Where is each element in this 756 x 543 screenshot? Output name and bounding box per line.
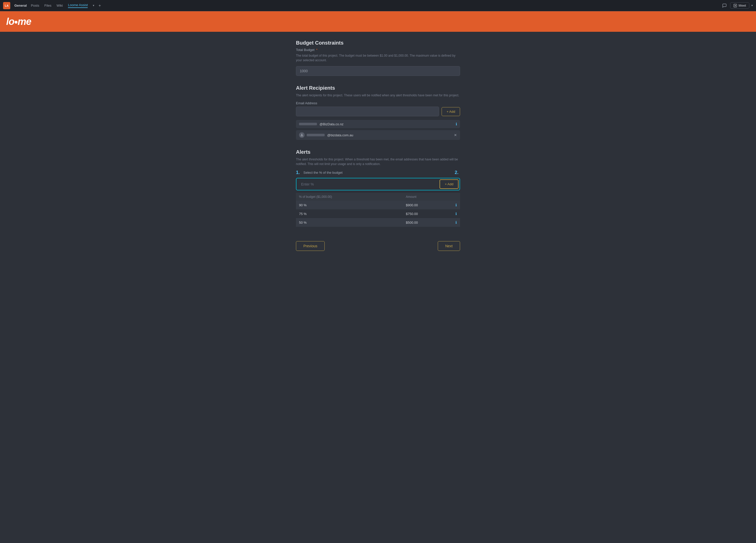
logo-bar: lome	[0, 11, 756, 32]
chat-icon[interactable]	[721, 2, 728, 9]
recipient-1-redacted-name	[299, 123, 317, 125]
recipient-1-email: @BizData.co.nz	[320, 122, 454, 126]
recipient-item-1: @BizData.co.nz ℹ	[296, 120, 460, 128]
app-name: General	[14, 4, 27, 7]
recipient-1-info-icon[interactable]: ℹ	[456, 122, 457, 126]
alerts-title: Alerts	[296, 149, 460, 155]
email-address-label: Email Address	[296, 101, 460, 105]
table-cell-percent: 75 %	[296, 209, 403, 218]
step-1-label: 1.	[296, 170, 300, 175]
table-cell-amount: $900.00	[403, 201, 452, 209]
total-budget-label: Total Budget *	[296, 48, 460, 52]
budget-constraints-title: Budget Constraints	[296, 40, 460, 46]
recipient-2-avatar	[299, 132, 305, 138]
budget-constraints-section: Budget Constraints Total Budget * The to…	[296, 40, 460, 76]
loome-logo: lome	[6, 16, 31, 27]
loome-assist-chevron-icon[interactable]: ▾	[93, 4, 94, 7]
previous-button[interactable]: Previous	[296, 241, 325, 251]
nav-loome-assist[interactable]: Loome Assist	[68, 3, 88, 8]
add-tab-button[interactable]: +	[98, 3, 101, 8]
table-cell-info: ℹ	[452, 209, 460, 218]
email-input-row: + Add	[296, 107, 460, 116]
add-email-button[interactable]: + Add	[442, 107, 460, 116]
nav-right: Meet ▾	[721, 2, 753, 9]
table-header-amount: Amount	[403, 193, 452, 201]
nav-items: Posts Files Wiki Loome Assist ▾	[31, 3, 94, 8]
nav-files[interactable]: Files	[44, 4, 51, 7]
recipient-2-remove-icon[interactable]: ✕	[454, 133, 457, 137]
alert-info-icon[interactable]: ℹ	[455, 221, 457, 225]
alerts-section: Alerts The alert thresholds for this pro…	[296, 149, 460, 227]
required-indicator: *	[316, 48, 317, 52]
email-address-input[interactable]	[296, 107, 439, 116]
alert-recipients-section: Alert Recipients The alert recipients fo…	[296, 85, 460, 140]
table-cell-percent: 90 %	[296, 201, 403, 209]
table-cell-info: ℹ	[452, 201, 460, 209]
recipient-item-2: @bizdata.com.au ✕	[296, 130, 460, 140]
alerts-desc: The alert thresholds for this project. W…	[296, 157, 460, 166]
meet-btn-label: Meet	[739, 4, 746, 7]
form-container: Budget Constraints Total Budget * The to…	[296, 40, 460, 251]
top-nav: LA General Posts Files Wiki Loome Assist…	[0, 0, 756, 11]
main-content: Budget Constraints Total Budget * The to…	[0, 32, 756, 259]
alerts-input-group: + Add	[296, 178, 460, 191]
alert-info-icon[interactable]: ℹ	[455, 203, 457, 207]
alert-info-icon[interactable]: ℹ	[455, 212, 457, 216]
table-cell-amount: $750.00	[403, 209, 452, 218]
nav-posts[interactable]: Posts	[31, 4, 39, 7]
table-row: 75 % $750.00 ℹ	[296, 209, 460, 218]
total-budget-input[interactable]: 1000	[296, 66, 460, 76]
next-button[interactable]: Next	[438, 241, 460, 251]
table-cell-info: ℹ	[452, 218, 460, 227]
alerts-step-row: 1. Select the % of the budget 2.	[296, 170, 460, 175]
table-cell-percent: 50 %	[296, 218, 403, 227]
app-logo: LA	[3, 2, 10, 9]
nav-wiki[interactable]: Wiki	[56, 4, 63, 7]
svg-marker-1	[735, 5, 736, 6]
step-2-label: 2.	[455, 170, 459, 175]
form-navigation: Previous Next	[296, 236, 460, 251]
meet-button[interactable]: Meet	[730, 2, 749, 9]
add-alert-button[interactable]: + Add	[440, 179, 459, 189]
table-row: 90 % $900.00 ℹ	[296, 201, 460, 209]
recipient-2-email: @bizdata.com.au	[327, 133, 452, 137]
alert-recipients-title: Alert Recipients	[296, 85, 460, 91]
recipient-2-redacted-name	[307, 134, 325, 136]
alerts-table: % of budget ($1,000.00) Amount 90 % $900…	[296, 193, 460, 227]
table-header-percent: % of budget ($1,000.00)	[296, 193, 403, 201]
table-cell-amount: $500.00	[403, 218, 452, 227]
table-row: 50 % $500.00 ℹ	[296, 218, 460, 227]
meet-chevron-icon[interactable]: ▾	[751, 4, 753, 7]
enter-percent-input[interactable]	[297, 180, 437, 189]
total-budget-desc: The total budget of this project. The bu…	[296, 53, 460, 63]
step-1-text: Select the % of the budget	[303, 171, 343, 175]
svg-rect-0	[734, 4, 737, 7]
alert-recipients-desc: The alert recipients for this project. T…	[296, 93, 460, 98]
